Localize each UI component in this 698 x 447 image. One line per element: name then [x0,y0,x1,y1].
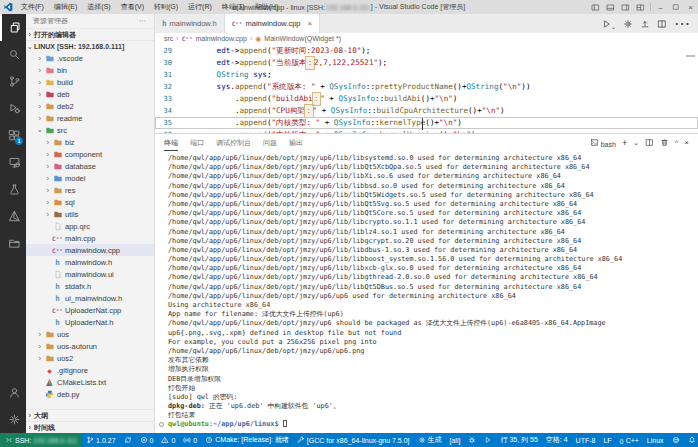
status-remote-os[interactable]: Linux [643,433,668,447]
tree-item-component[interactable]: ›component [26,148,154,160]
status-sync-changes[interactable] [120,433,136,447]
maximize-panel-icon[interactable]: ^ [675,139,678,146]
breadcrumb-item[interactable]: mainwindow.cpp [196,35,247,42]
panel-tab-端口[interactable]: 端口 [190,135,204,151]
status-encoding[interactable]: UTF-8 [572,433,600,447]
maximize-icon[interactable] [668,0,683,14]
activity-item-account[interactable] [0,379,26,406]
activity-item-run-debug[interactable] [0,95,26,122]
layout-sidebar-toggle-icon[interactable] [588,0,603,14]
close-panel-icon[interactable]: × [684,138,689,147]
tree-item-deb[interactable]: ›deb [26,88,154,100]
activity-item-source-control[interactable] [0,68,26,95]
section-outline[interactable]: › 大纲 [26,409,154,421]
split-terminal-icon[interactable] [645,138,654,148]
activity-item-search[interactable] [0,41,26,68]
activity-item-cmake[interactable] [0,203,26,230]
tree-item-biz[interactable]: ›biz [26,136,154,148]
launch-profile-chevron-icon[interactable]: ⌄ [633,139,639,147]
tab-mainwindow.h[interactable]: hmainwindow.h [155,14,225,33]
tree-item-ui_mainwindow.h[interactable]: hui_mainwindow.h [26,292,154,304]
tree-item-build[interactable]: ›build [26,76,154,88]
tree-item-bin[interactable]: ›bin [26,64,154,76]
status-cmake-debug-button[interactable] [464,433,480,447]
split-editor-icon[interactable] [657,15,667,33]
panel-tab-调试控制台[interactable]: 调试控制台 [216,135,251,151]
tree-item-deb2[interactable]: ›deb2 [26,100,154,112]
status-eol[interactable]: LF [599,433,615,447]
tree-item-main.cpp[interactable]: C⁺⁺main.cpp [26,232,154,244]
tree-item-deb.py[interactable]: deb.py [26,388,154,400]
menubar-item[interactable]: 编辑(E) [49,2,82,12]
status-feedback[interactable] [668,433,684,447]
breadcrumb-item[interactable]: src [164,35,173,42]
status-cmake-build-button[interactable]: 生成 [414,433,446,447]
close-tab-icon[interactable]: × [308,19,313,28]
run-file-button[interactable]: ⌄ [602,15,616,33]
tree-item-.gitignore[interactable]: ◆.gitignore [26,364,154,376]
menubar-item[interactable]: 转到(G) [149,2,183,12]
layout-panel-toggle-icon[interactable] [603,0,618,14]
menubar-item[interactable]: 文件(F) [16,2,49,12]
tree-item-uos-autorun[interactable]: ›uos-autorun [26,340,154,352]
status-errors-count[interactable]: 0 [136,433,158,447]
tree-item-res[interactable]: ›res [26,184,154,196]
tree-item-database[interactable]: ›database [26,160,154,172]
layout-secondary-sidebar-toggle-icon[interactable] [618,0,633,14]
kill-terminal-trash-icon[interactable] [660,138,669,148]
terminal[interactable]: /home/qwl/app/up6/linux/deb/opt/jmzy/up6… [155,151,698,433]
tree-item-mainwindow.ui[interactable]: mainwindow.ui [26,268,154,280]
tree-item-uos2[interactable]: ›uos2 [26,352,154,364]
more-actions-icon[interactable]: ⋯ [674,14,691,33]
panel-tab-输出[interactable]: 输出 [289,135,303,151]
tree-item-sql[interactable]: ›sql [26,196,154,208]
terminal-profile-selector[interactable]: bash [590,138,616,148]
tree-item-src[interactable]: ⌄src [26,124,154,136]
menubar-item[interactable]: 运行(R) [183,2,217,12]
status-cmake-target[interactable]: [all] [446,433,465,447]
upload-icon[interactable] [640,15,650,33]
activity-item-project-manager[interactable] [0,230,26,257]
panel-tab-问题[interactable]: 问题 [263,135,277,151]
remote-indicator[interactable]: SSH: 192.168.0.111 [0,433,82,447]
tab-mainwindow.cpp[interactable]: C⁺⁺mainwindow.cpp× [225,14,321,33]
status-warnings-count[interactable]: 0 [157,433,179,447]
menubar-item[interactable]: 查看(V) [116,2,149,12]
status-cmake-status[interactable]: CMake: [Release]: 就绪 [201,433,293,447]
status-git-branch[interactable]: 1.0.27 [82,433,119,447]
tree-item-utils[interactable]: ›utils [26,208,154,220]
code-editor[interactable]: 29 edt->append("更新时间:2023-08-10");30 edt… [155,44,698,133]
activity-item-explorer[interactable] [0,14,26,41]
menubar-item[interactable]: 选择(S) [82,2,115,12]
activity-item-settings[interactable] [0,406,26,433]
status-language-mode[interactable]: {}C++ [616,433,643,447]
breadcrumb-item[interactable]: MainWindow(QWidget *) [264,35,341,42]
section-timeline[interactable]: › 时间线 [26,421,154,433]
section-workspace[interactable]: ⌄ LINUX [SSH: 192.168.0.111] [26,40,154,52]
tree-item-UploaderNat.cpp[interactable]: C⁺⁺UploaderNat.cpp [26,304,154,316]
tree-item-.vscode[interactable]: ›.vscode [26,52,154,64]
close-window-icon[interactable]: × [683,0,698,14]
activity-item-remote-explorer[interactable] [0,149,26,176]
breadcrumb[interactable]: src›C⁺⁺mainwindow.cpp›◉MainWindow(QWidge… [155,33,698,44]
tree-item-UploaderNat.h[interactable]: hUploaderNat.h [26,316,154,328]
new-terminal-button[interactable]: + [622,138,627,148]
section-open-editors[interactable]: › 打开的编辑器 [26,28,154,40]
tree-item-mainwindow.cpp[interactable]: C⁺⁺mainwindow.cpp [26,244,154,256]
tree-item-mainwindow.h[interactable]: hmainwindow.h [26,256,154,268]
settings-gear-icon[interactable] [623,15,633,33]
sidebar-more-actions-icon[interactable]: ⋯ [139,17,147,25]
status-cursor-position[interactable]: 行 35, 列 55 [496,433,541,447]
status-cmake-kit[interactable]: [GCC for x86_64-linux-gnu 7.5.0] [293,433,414,447]
layout-customize-icon[interactable] [633,0,648,14]
tree-item-CMakeLists.txt[interactable]: CMakeLists.txt [26,376,154,388]
status-forwarded-ports[interactable]: 0 [179,433,201,447]
tree-item-stdafx.h[interactable]: hstdafx.h [26,280,154,292]
activity-item-extensions[interactable]: 1 [0,122,26,149]
tree-item-readme[interactable]: ›readme [26,112,154,124]
panel-tab-终端[interactable]: 终端 [164,135,178,151]
status-indentation[interactable]: 空格: 4 [542,433,572,447]
activity-item-testing[interactable] [0,176,26,203]
tree-item-model[interactable]: ›model [26,172,154,184]
status-cmake-launch-button[interactable] [480,433,496,447]
